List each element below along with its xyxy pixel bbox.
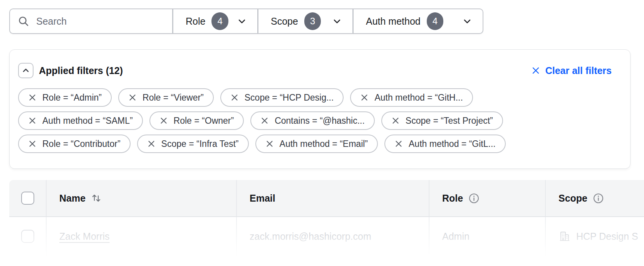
- applied-filter-pills: Role = “Admin” Role = “Viewer” Scope = “…: [18, 88, 612, 153]
- filter-pill-label: Auth method = “Email”: [280, 139, 368, 149]
- remove-filter-icon[interactable]: [391, 116, 400, 125]
- remove-filter-icon[interactable]: [230, 93, 239, 102]
- user-name-link[interactable]: Zack Morris: [59, 231, 110, 242]
- scope-filter-dropdown[interactable]: Scope 3: [258, 8, 353, 34]
- filter-pill-label: Auth method = “SAML”: [42, 116, 133, 126]
- role-filter-label: Role: [186, 16, 205, 27]
- filter-pill-label: Role = “Admin”: [42, 93, 102, 103]
- table-row: Zack Morris zack.morris@hashicorp.com Ad…: [9, 217, 644, 256]
- table-header-row: Name Email Role Scope: [9, 180, 644, 217]
- remove-filter-icon[interactable]: [260, 116, 269, 125]
- chevron-down-icon: [236, 16, 247, 27]
- filter-toolbar: Role 4 Scope 3 Auth method 4: [9, 8, 644, 34]
- close-icon: [531, 66, 540, 75]
- scope-column-label: Scope: [558, 193, 587, 204]
- name-column-label: Name: [59, 193, 86, 204]
- filter-pill: Role = “Contributor”: [18, 135, 131, 153]
- pill-row: Role = “Admin” Role = “Viewer” Scope = “…: [18, 88, 612, 107]
- select-all-checkbox[interactable]: [21, 192, 34, 205]
- clear-all-filters-label: Clear all filters: [545, 65, 612, 76]
- row-select-cell: [9, 217, 47, 256]
- filter-pill: Auth method = “SAML”: [18, 111, 143, 130]
- filter-pill-label: Auth method = “GitH...: [374, 93, 463, 103]
- chevron-down-icon: [332, 16, 342, 27]
- auth-method-filter-dropdown[interactable]: Auth method 4: [353, 8, 483, 34]
- chevron-down-icon: [462, 16, 473, 27]
- remove-filter-icon[interactable]: [394, 140, 403, 148]
- filter-pill: Auth method = “GitH...: [350, 88, 473, 107]
- filter-pill-label: Contains = “@hashic...: [275, 116, 365, 126]
- row-checkbox[interactable]: [21, 230, 34, 243]
- filter-pill: Auth method = “Email”: [255, 135, 378, 153]
- scope-filter-count-badge: 3: [304, 12, 321, 30]
- chevron-up-icon: [21, 66, 31, 76]
- remove-filter-icon[interactable]: [147, 140, 156, 148]
- email-column-header: Email: [237, 180, 429, 216]
- filter-pill-label: Scope = “HCP Desig...: [245, 93, 334, 103]
- applied-filters-header: Applied filters (12) Clear all filters: [18, 63, 612, 78]
- remove-filter-icon[interactable]: [128, 93, 137, 102]
- search-box[interactable]: [9, 8, 173, 34]
- filter-pill: Role = “Viewer”: [118, 88, 214, 107]
- applied-filters-title: Applied filters (12): [39, 65, 123, 76]
- filter-pill: Scope = “HCP Desig...: [220, 88, 344, 107]
- sort-icon[interactable]: [91, 192, 102, 204]
- search-input[interactable]: [35, 15, 164, 27]
- filter-pill-label: Auth method = “GitL...: [409, 139, 496, 149]
- row-role-cell: Admin: [429, 217, 546, 256]
- users-table: Name Email Role Scope: [9, 180, 644, 256]
- scope-column-header: Scope: [546, 180, 644, 216]
- filter-pill: Role = “Admin”: [18, 88, 112, 107]
- search-icon: [18, 15, 29, 27]
- filter-pill-label: Scope = “Infra Test”: [161, 139, 239, 149]
- info-icon[interactable]: [593, 193, 604, 204]
- remove-filter-icon[interactable]: [265, 140, 274, 148]
- user-scope: HCP Design S: [576, 231, 638, 242]
- filter-pill-label: Scope = “Test Project”: [406, 116, 493, 126]
- auth-method-filter-label: Auth method: [366, 16, 421, 27]
- collapse-applied-filters-button[interactable]: [18, 63, 34, 78]
- filter-pill: Scope = “Test Project”: [381, 111, 503, 130]
- email-column-label: Email: [250, 193, 275, 204]
- applied-filters-panel: Applied filters (12) Clear all filters R…: [9, 49, 631, 169]
- role-column-label: Role: [442, 193, 463, 204]
- pill-row: Auth method = “SAML” Role = “Owner” Cont…: [18, 111, 612, 130]
- remove-filter-icon[interactable]: [159, 116, 168, 125]
- user-email: zack.morris@hashicorp.com: [250, 231, 371, 242]
- name-column-header[interactable]: Name: [47, 180, 237, 216]
- remove-filter-icon[interactable]: [28, 116, 37, 125]
- scope-filter-label: Scope: [271, 16, 298, 27]
- role-filter-count-badge: 4: [211, 12, 228, 30]
- user-role: Admin: [442, 231, 470, 242]
- remove-filter-icon[interactable]: [28, 140, 37, 148]
- info-icon[interactable]: [468, 193, 480, 204]
- filter-pill: Scope = “Infra Test”: [137, 135, 249, 153]
- row-name-cell: Zack Morris: [47, 217, 237, 256]
- filter-pill-label: Role = “Viewer”: [143, 93, 204, 103]
- row-scope-cell: HCP Design S: [546, 217, 644, 256]
- org-building-icon: [558, 230, 571, 242]
- role-column-header: Role: [429, 180, 546, 216]
- remove-filter-icon[interactable]: [360, 93, 369, 102]
- filter-pill-label: Role = “Owner”: [174, 116, 234, 126]
- remove-filter-icon[interactable]: [28, 93, 37, 102]
- filter-pill: Role = “Owner”: [149, 111, 244, 130]
- pill-row: Role = “Contributor” Scope = “Infra Test…: [18, 135, 612, 153]
- auth-method-filter-count-badge: 4: [427, 12, 443, 30]
- filter-pill: Auth method = “GitL...: [384, 135, 506, 153]
- filter-pill: Contains = “@hashic...: [250, 111, 375, 130]
- select-all-cell: [9, 180, 47, 216]
- filter-pill-label: Role = “Contributor”: [42, 139, 121, 149]
- clear-all-filters-button[interactable]: Clear all filters: [531, 65, 612, 76]
- role-filter-dropdown[interactable]: Role 4: [173, 8, 258, 34]
- row-email-cell: zack.morris@hashicorp.com: [237, 217, 429, 256]
